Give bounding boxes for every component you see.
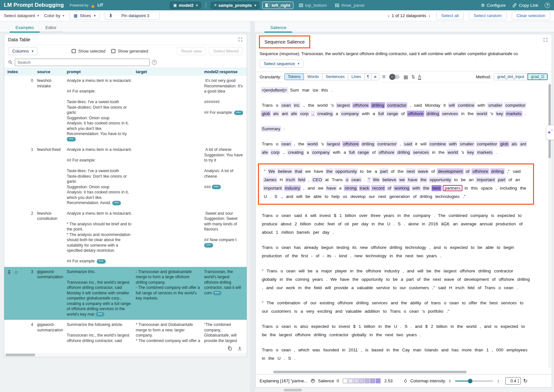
configure-button[interactable]: ⚙ Configure bbox=[481, 3, 506, 8]
salience-token[interactable]: including bbox=[499, 185, 518, 191]
salience-token[interactable]: will bbox=[298, 268, 306, 274]
salience-token[interactable]: combine bbox=[429, 141, 447, 147]
salience-token[interactable]: very bbox=[305, 308, 315, 314]
show-more-icon[interactable]: ••• bbox=[213, 291, 222, 295]
salience-token[interactable]: largest bbox=[442, 268, 457, 274]
salience-token[interactable]: " bbox=[261, 268, 264, 274]
salience-token[interactable]: Trans bbox=[483, 285, 496, 291]
salience-token[interactable]: . bbox=[433, 212, 436, 219]
salience-token[interactable]: wave bbox=[443, 276, 455, 282]
salience-token[interactable]: the bbox=[438, 149, 446, 155]
salience-token[interactable]: - bbox=[310, 253, 313, 259]
salience-token[interactable]: afe bbox=[290, 111, 298, 117]
show-more-icon[interactable]: ••• bbox=[97, 259, 106, 264]
salience-token[interactable]: industry bbox=[284, 185, 301, 191]
stepper-icons[interactable]: ▲▼ bbox=[517, 378, 519, 383]
salience-token[interactable]: oil bbox=[344, 221, 350, 227]
salience-token[interactable]: offshore bbox=[459, 268, 476, 274]
salience-token[interactable]: o bbox=[443, 300, 447, 306]
salience-token[interactable]: the bbox=[392, 347, 400, 353]
salience-token[interactable]: offshore bbox=[294, 332, 312, 338]
salience-token[interactable]: testing bbox=[335, 244, 350, 250]
salience-token[interactable]: creating bbox=[287, 149, 304, 155]
model-selector[interactable]: ▣ model2 ▾ bbox=[170, 2, 201, 9]
salience-token[interactable]: this bbox=[470, 185, 479, 191]
salience-token[interactable]: ., bbox=[302, 102, 306, 108]
salience-token[interactable]: the bbox=[480, 300, 488, 306]
salience-token[interactable]: combined bbox=[448, 212, 468, 219]
salience-token[interactable]: have bbox=[326, 185, 337, 191]
salience-token[interactable]: cubic bbox=[313, 221, 325, 227]
salience-token[interactable]: said bbox=[437, 285, 447, 291]
refresh-icon[interactable]: ↻ bbox=[523, 378, 528, 384]
salience-token[interactable]: years bbox=[425, 253, 438, 259]
salience-token[interactable]: development bbox=[463, 276, 490, 282]
salience-token[interactable]: irsch bbox=[454, 285, 465, 291]
salience-token[interactable]: have bbox=[313, 168, 324, 174]
salience-token[interactable]: invest bbox=[338, 323, 351, 329]
salience-token[interactable]: Trans bbox=[261, 212, 274, 219]
salience-token[interactable]: contractor bbox=[493, 268, 514, 274]
salience-token[interactable]: full bbox=[348, 149, 356, 155]
salience-token[interactable]: a bbox=[338, 185, 342, 191]
salience-token[interactable]: have bbox=[407, 177, 418, 183]
salience-token[interactable]: kind bbox=[338, 253, 348, 259]
salience-token[interactable]: opportunity bbox=[361, 276, 384, 282]
salience-token[interactable]: ., bbox=[282, 149, 286, 155]
salience-token[interactable]: employees bbox=[506, 347, 529, 353]
salience-token[interactable]: 's bbox=[460, 149, 465, 155]
salience-token[interactable]: average bbox=[460, 221, 477, 227]
salience-token[interactable]: âĢĶ bbox=[440, 221, 451, 227]
salience-token[interactable]: produce bbox=[261, 221, 278, 227]
granularity-tokens[interactable]: Tokens bbox=[284, 74, 304, 80]
salience-token[interactable]: to bbox=[461, 300, 466, 306]
salience-token[interactable]: . bbox=[269, 193, 272, 200]
granularity-lines[interactable]: Lines bbox=[348, 74, 365, 80]
salience-token[interactable]: the bbox=[519, 185, 527, 191]
salience-token[interactable]: in bbox=[341, 347, 346, 353]
salience-token[interactable]: a bbox=[335, 111, 339, 117]
show-more-icon[interactable]: ••• bbox=[95, 312, 104, 317]
salience-token[interactable]: $ bbox=[352, 323, 356, 329]
expand-icon[interactable] bbox=[543, 37, 548, 42]
salience-token[interactable]: in bbox=[369, 332, 374, 338]
salience-token[interactable]: per bbox=[351, 221, 359, 227]
salience-token[interactable]: a bbox=[343, 149, 347, 155]
method-grad-dot-input[interactable]: grad_dot_input bbox=[494, 74, 528, 80]
table-row[interactable]: 4gigaword-summarizationSummarize the fol… bbox=[4, 320, 247, 343]
salience-token[interactable]: U bbox=[263, 193, 268, 200]
salience-token[interactable]: is bbox=[293, 308, 299, 314]
salience-token[interactable]: and bbox=[307, 185, 316, 191]
salience-token[interactable]: , bbox=[293, 347, 296, 353]
salience-token[interactable]: contractor bbox=[386, 102, 408, 108]
salience-token[interactable]: two bbox=[395, 332, 404, 338]
salience-token[interactable]: in bbox=[371, 221, 376, 227]
salience-token[interactable]: the bbox=[291, 253, 299, 259]
salience-token[interactable]: , bbox=[479, 323, 482, 329]
salience-token[interactable]: o bbox=[498, 285, 502, 291]
copy-icon[interactable] bbox=[227, 346, 232, 351]
salience-token[interactable]: offshore bbox=[342, 141, 360, 147]
salience-token[interactable]: the bbox=[467, 111, 475, 117]
salience-token[interactable]: als bbox=[272, 111, 280, 117]
salience-token[interactable]: of bbox=[423, 300, 429, 306]
salience-token[interactable]: million bbox=[280, 229, 294, 235]
dataset-selector[interactable]: ≡ sample_prompts ▾ bbox=[211, 2, 260, 9]
salience-token[interactable]: of bbox=[491, 276, 496, 282]
salience-token[interactable]: two bbox=[416, 253, 424, 259]
salience-token[interactable]: expected bbox=[449, 244, 469, 250]
layout-tab-three-panel[interactable]: three_panel bbox=[332, 2, 367, 9]
salience-token[interactable]: new bbox=[359, 244, 369, 250]
salience-token[interactable]: drilling bbox=[396, 149, 411, 155]
salience-token[interactable]: . bbox=[524, 111, 527, 117]
salience-token[interactable]: The bbox=[266, 300, 275, 306]
salience-token[interactable]: . bbox=[419, 332, 422, 338]
salience-token[interactable]: customers bbox=[270, 308, 292, 314]
salience-token[interactable]: . bbox=[293, 355, 296, 361]
salience-token[interactable]: 1 bbox=[485, 347, 490, 353]
salience-token[interactable]: offshore bbox=[365, 268, 382, 274]
salience-token[interactable]: its bbox=[351, 244, 358, 250]
salience-token[interactable]: o bbox=[275, 102, 279, 108]
salience-token[interactable]: Trans bbox=[261, 244, 274, 250]
salience-token[interactable]: be bbox=[304, 193, 311, 200]
